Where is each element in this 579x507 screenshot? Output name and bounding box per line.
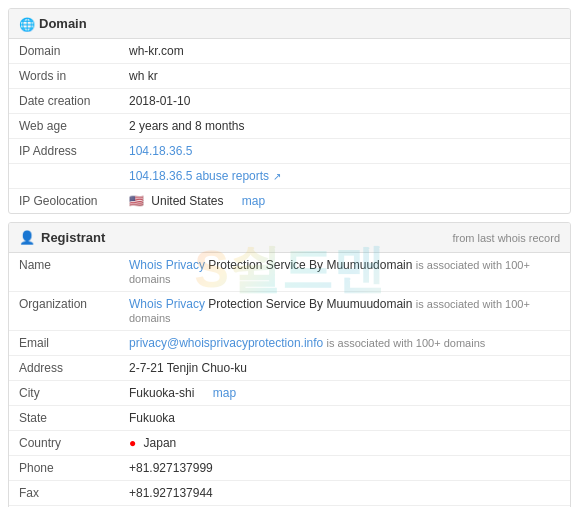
geolocation-map-link[interactable]: map <box>242 194 265 208</box>
label-state: State <box>9 406 119 431</box>
city-value: Fukuoka-shi <box>129 386 194 400</box>
value-state: Fukuoka <box>119 406 570 431</box>
registrant-header-label: Registrant <box>41 230 105 245</box>
table-row: IP Geolocation 🇺🇸 United States map <box>9 189 570 214</box>
value-ip-abuse: 104.18.36.5 abuse reports ↗ <box>119 164 570 189</box>
table-row: 104.18.36.5 abuse reports ↗ <box>9 164 570 189</box>
value-city: Fukuoka-shi map <box>119 381 570 406</box>
table-row: Country ● Japan <box>9 431 570 456</box>
table-row: State Fukuoka <box>9 406 570 431</box>
table-row: Address 2-7-21 Tenjin Chuo-ku <box>9 356 570 381</box>
label-words: Words in <box>9 64 119 89</box>
label-fax: Fax <box>9 481 119 506</box>
name-org-rest: Protection Service By Muumuudomain <box>208 258 412 272</box>
table-row: Words in wh kr <box>9 64 570 89</box>
name-org-link[interactable]: Whois Privacy <box>129 258 205 272</box>
table-row: Email privacy@whoisprivacyprotection.inf… <box>9 331 570 356</box>
table-row: Name Whois Privacy Protection Service By… <box>9 253 570 292</box>
label-phone: Phone <box>9 456 119 481</box>
value-domain: wh-kr.com <box>119 39 570 64</box>
value-phone: +81.927137999 <box>119 456 570 481</box>
label-email: Email <box>9 331 119 356</box>
person-icon: 👤 <box>19 230 35 245</box>
label-ip-geolocation: IP Geolocation <box>9 189 119 214</box>
from-last-record: from last whois record <box>452 232 560 244</box>
domain-table: Domain wh-kr.com Words in wh kr Date cre… <box>9 39 570 213</box>
us-flag-icon: 🇺🇸 <box>129 194 144 208</box>
table-row: IP Address 104.18.36.5 <box>9 139 570 164</box>
table-row: Web age 2 years and 8 months <box>9 114 570 139</box>
label-organization: Organization <box>9 292 119 331</box>
city-map-link[interactable]: map <box>213 386 236 400</box>
label-domain: Domain <box>9 39 119 64</box>
value-organization: Whois Privacy Protection Service By Muum… <box>119 292 570 331</box>
value-date-creation: 2018-01-10 <box>119 89 570 114</box>
label-ip-address: IP Address <box>9 139 119 164</box>
org-rest: Protection Service By Muumuudomain <box>208 297 412 311</box>
value-words: wh kr <box>119 64 570 89</box>
red-dot-icon: ● <box>129 436 136 450</box>
table-row: Fax +81.927137944 <box>9 481 570 506</box>
registrant-section-header: 👤 Registrant from last whois record <box>9 223 570 253</box>
label-address: Address <box>9 356 119 381</box>
email-assoc: is associated with 100+ domains <box>327 337 486 349</box>
value-email: privacy@whoisprivacyprotection.info is a… <box>119 331 570 356</box>
value-name: Whois Privacy Protection Service By Muum… <box>119 253 570 292</box>
label-web-age: Web age <box>9 114 119 139</box>
globe-icon: 🌐 <box>19 17 33 31</box>
value-address: 2-7-21 Tenjin Chuo-ku <box>119 356 570 381</box>
ip-address-link[interactable]: 104.18.36.5 <box>129 144 192 158</box>
table-row: Organization Whois Privacy Protection Se… <box>9 292 570 331</box>
table-row: Domain wh-kr.com <box>9 39 570 64</box>
table-row: Phone +81.927137999 <box>9 456 570 481</box>
label-city: City <box>9 381 119 406</box>
value-country: ● Japan <box>119 431 570 456</box>
label-ip-abuse <box>9 164 119 189</box>
table-row: City Fukuoka-shi map <box>9 381 570 406</box>
registrant-table: Name Whois Privacy Protection Service By… <box>9 253 570 507</box>
org-link[interactable]: Whois Privacy <box>129 297 205 311</box>
label-name: Name <box>9 253 119 292</box>
label-country: Country <box>9 431 119 456</box>
table-row: Date creation 2018-01-10 <box>9 89 570 114</box>
value-fax: +81.927137944 <box>119 481 570 506</box>
email-link[interactable]: privacy@whoisprivacyprotection.info <box>129 336 323 350</box>
registrant-section: 👤 Registrant from last whois record Name… <box>8 222 571 507</box>
geolocation-value: United States <box>151 194 223 208</box>
value-web-age: 2 years and 8 months <box>119 114 570 139</box>
external-link-icon: ↗ <box>273 171 281 182</box>
registrant-header-left: 👤 Registrant <box>19 230 105 245</box>
value-ip-geolocation: 🇺🇸 United States map <box>119 189 570 214</box>
label-date-creation: Date creation <box>9 89 119 114</box>
page-container: S쉴드맨 🌐 Domain Domain wh-kr.com Words in … <box>0 8 579 507</box>
domain-section-header: 🌐 Domain <box>9 9 570 39</box>
country-value: Japan <box>144 436 177 450</box>
value-ip-address: 104.18.36.5 <box>119 139 570 164</box>
domain-section: 🌐 Domain Domain wh-kr.com Words in wh kr… <box>8 8 571 214</box>
domain-header-label: Domain <box>39 16 87 31</box>
abuse-row: 104.18.36.5 abuse reports ↗ <box>129 169 560 183</box>
abuse-link[interactable]: 104.18.36.5 abuse reports <box>129 169 269 183</box>
